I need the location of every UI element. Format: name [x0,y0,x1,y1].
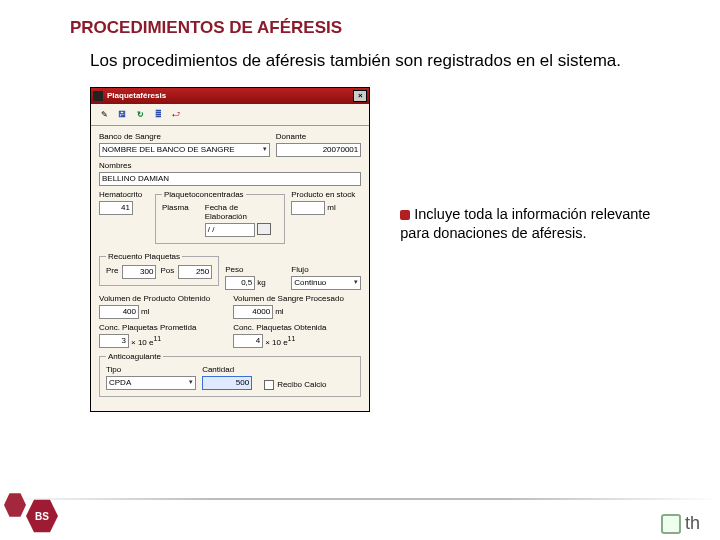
label-donante: Donante [276,132,361,141]
label-conc-prometida: Conc. Plaquetas Prometida [99,323,227,332]
label-tipo: Tipo [106,365,196,374]
logo-hex-small [4,492,26,518]
peso-field[interactable]: 0,5 [225,276,255,290]
unit-conc-1: × 10 e11 [131,335,161,347]
unit-kg: kg [257,278,265,287]
calendar-icon[interactable] [257,223,271,235]
tool-refresh-icon[interactable]: ↻ [133,107,147,121]
tool-list-icon[interactable]: ≣ [151,107,165,121]
label-vol-obtenido: Volumen de Producto Obtenido [99,294,227,303]
th-logo-icon [661,514,681,534]
window-title: Plaquetaféresis [107,91,353,100]
footer: BS th [0,492,720,540]
toolbar: ✎ 🖫 ↻ ≣ ⮐ [91,104,369,126]
legend-plaq: Plaquetoconcentradas [162,190,246,199]
label-cantidad: Cantidad [202,365,252,374]
hematocrito-field[interactable]: 41 [99,201,133,215]
tool-save-icon[interactable]: 🖫 [115,107,129,121]
app-window: Plaquetaféresis × ✎ 🖫 ↻ ≣ ⮐ Banco de San… [90,87,370,412]
unit-ml-2: ml [141,307,149,316]
legend-anti: Anticoagulante [106,352,163,361]
close-button[interactable]: × [353,90,367,102]
group-anticoagulante: Anticoagulante Tipo CPDA Cantidad 500 R [99,352,361,397]
tool-exit-icon[interactable]: ⮐ [169,107,183,121]
legend-recuento: Recuento Plaquetas [106,252,182,261]
producto-stock-field[interactable] [291,201,325,215]
banco-select[interactable]: NOMBRE DEL BANCO DE SANGRE [99,143,270,157]
unit-ml-3: ml [275,307,283,316]
vol-obtenido-field[interactable]: 400 [99,305,139,319]
nombres-field[interactable]: BELLINO DAMIAN [99,172,361,186]
tipo-select[interactable]: CPDA [106,376,196,390]
donante-field[interactable]: 20070001 [276,143,361,157]
flujo-select[interactable]: Continuo [291,276,361,290]
label-peso: Peso [225,265,285,274]
cantidad-field[interactable]: 500 [202,376,252,390]
logo-hex-bs: BS [26,498,58,534]
label-conc-obtenida: Conc. Plaquetas Obtenida [233,323,361,332]
pre-field[interactable]: 300 [122,265,156,279]
group-recuento: Recuento Plaquetas Pre 300 Pos 250 [99,252,219,286]
bullet-icon [400,210,410,220]
slide-title: PROCEDIMIENTOS DE AFÉRESIS [70,18,670,38]
label-hematocrito: Hematocrito [99,190,149,199]
vol-procesado-field[interactable]: 4000 [233,305,273,319]
slide-subtitle: Los procedimientos de aféresis también s… [90,50,670,73]
label-recibo: Recibo Calcio [277,380,326,389]
bullet-note: Incluye toda la información relevante pa… [400,205,670,412]
window-icon [93,91,103,101]
th-logo: th [661,513,700,534]
label-producto-stock: Producto en stock [291,190,361,199]
tool-new-icon[interactable]: ✎ [97,107,111,121]
label-pre: Pre [106,266,118,275]
label-nombres: Nombres [99,161,361,170]
conc-prometida-field[interactable]: 3 [99,334,129,348]
recibo-calcio-checkbox[interactable]: Recibo Calcio [258,380,354,390]
pos-field[interactable]: 250 [178,265,212,279]
label-plasma: Plasma [162,203,199,212]
checkbox-icon [264,380,274,390]
unit-ml-1: ml [327,203,335,212]
label-vol-procesado: Volumen de Sangre Procesado [233,294,361,303]
group-plaquetoconcentradas: Plaquetoconcentradas Plasma Fecha de Ela… [155,190,285,244]
titlebar: Plaquetaféresis × [91,88,369,104]
th-logo-text: th [685,513,700,534]
label-banco: Banco de Sangre [99,132,270,141]
label-flujo: Flujo [291,265,361,274]
unit-conc-2: × 10 e11 [265,335,295,347]
conc-obtenida-field[interactable]: 4 [233,334,263,348]
label-fecha: Fecha de Elaboración [205,203,279,221]
label-pos: Pos [160,266,174,275]
fecha-field[interactable]: / / [205,223,255,237]
